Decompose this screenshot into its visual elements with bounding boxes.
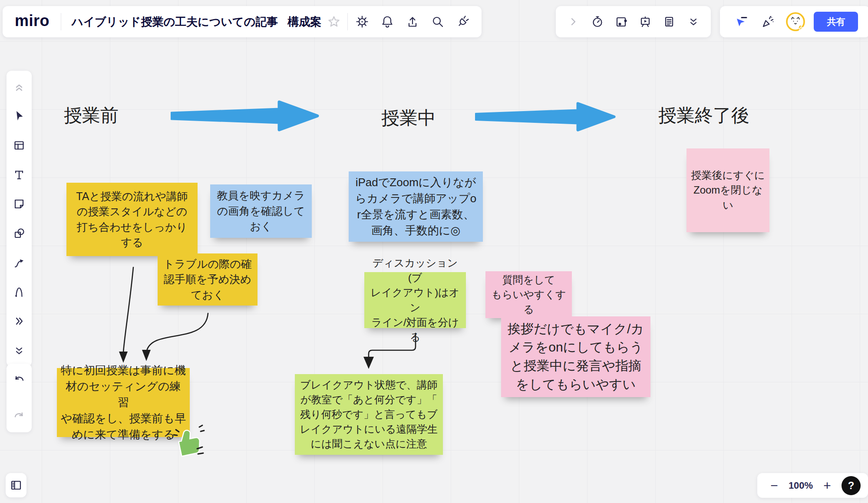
sticky-note[interactable]: ブレイクアウト状態で、講師 が教室で「あと何分です」「 残り何秒です」と言っても… (295, 374, 443, 455)
chevron-double-right-icon (12, 314, 26, 328)
frames-icon (614, 15, 628, 29)
zoom-bar-panel: − 100% + ? (757, 473, 868, 498)
share-button[interactable]: 共有 (814, 12, 858, 32)
notes-icon (662, 15, 676, 29)
zoom-in-button[interactable]: + (818, 476, 837, 495)
thumbs-up-sticker[interactable] (172, 422, 206, 461)
select-cursor-icon (12, 109, 26, 123)
connector-tool-button[interactable] (10, 253, 28, 272)
avatar-cat-icon (785, 12, 805, 32)
help-icon: ? (848, 480, 855, 492)
board-header-panel: miro ハイブリッド授業の工夫についての記事 構成案 (3, 6, 482, 37)
undo-icon (12, 373, 26, 387)
export-button[interactable] (403, 13, 422, 31)
select-tool-button[interactable] (10, 107, 28, 125)
sticky-note[interactable]: 教員を映すカメラ の画角を確認して おく (210, 184, 312, 238)
help-button[interactable]: ? (842, 476, 861, 495)
expand-panel-button[interactable] (564, 13, 582, 31)
reactions-button[interactable] (759, 13, 777, 31)
zoom-out-button[interactable]: − (765, 476, 784, 495)
timer-button[interactable] (588, 13, 607, 31)
cursors-toggle-button[interactable] (732, 13, 750, 31)
minus-icon: − (770, 478, 778, 493)
plugins-button[interactable] (454, 13, 472, 31)
sticky-note[interactable]: ディスカッション(ブ レイクアウト)はオン ライン/対面を分ける (364, 272, 466, 328)
pen-tool-button[interactable] (10, 283, 28, 301)
more-view-tools-button[interactable] (684, 13, 703, 31)
board-title-text: ハイブリッド授業の工夫についての記事 (72, 14, 278, 30)
notifications-button[interactable] (378, 13, 396, 31)
history-panel (7, 364, 32, 432)
redo-button[interactable] (10, 407, 28, 425)
presentation-icon (638, 15, 652, 29)
section-title-after-class[interactable]: 授業終了後 (658, 103, 749, 128)
divider (347, 13, 348, 30)
chevron-double-down-icon (12, 344, 26, 358)
board-variant-text: 構成案 (287, 14, 321, 30)
gear-icon (355, 15, 369, 29)
shapes-icon (12, 227, 26, 240)
flow-arrow[interactable] (475, 98, 616, 135)
creation-toolbar-panel (7, 71, 32, 367)
sticky-note-icon (12, 197, 26, 211)
templates-icon (12, 138, 26, 152)
favorite-button[interactable] (325, 13, 343, 31)
search-icon (431, 15, 445, 29)
shapes-tool-button[interactable] (10, 224, 28, 243)
text-tool-button[interactable] (10, 166, 28, 184)
cursor-follow-icon (734, 15, 748, 29)
chevron-double-up-icon (12, 80, 26, 94)
sticky-note[interactable]: iPadでZoomに入りなが らカメラで講師アップo r全景を流すと画素数、 画… (349, 171, 483, 242)
section-title-during-class[interactable]: 授業中 (381, 106, 436, 130)
frames-panel-button[interactable] (6, 473, 26, 497)
sticky-note-tool-button[interactable] (10, 195, 28, 213)
sticky-note[interactable]: 特に初回授業は事前に機 材のセッティングの練習 や確認をし、授業前も早 めに来て… (57, 368, 190, 437)
section-title-before-class[interactable]: 授業前 (64, 103, 119, 128)
zoom-level[interactable]: 100% (789, 480, 813, 491)
board-title[interactable]: ハイブリッド授業の工夫についての記事 構成案 (61, 14, 321, 30)
sticky-note[interactable]: トラブルの際の確 認手順を予め決め ておく (158, 253, 257, 306)
search-button[interactable] (429, 13, 447, 31)
plug-icon (456, 15, 470, 29)
bell-icon (380, 15, 394, 29)
sticky-note[interactable]: 挨拶だけでもマイク/カ メラをonにしてもらう と授業中に発言や指摘 をしてもら… (501, 316, 650, 397)
pen-icon (12, 285, 26, 299)
redo-icon (12, 409, 26, 423)
sticky-note[interactable]: 授業後にすぐに Zoomを閉じない (686, 148, 769, 232)
connector-icon (12, 256, 26, 270)
frames-panel-icon (9, 478, 23, 492)
sticky-note[interactable]: TAと授業の流れや講師 の授業スタイルなどの 打ち合わせをしっかり する (66, 183, 198, 256)
chevron-right-icon (566, 15, 580, 29)
avatar[interactable] (785, 12, 805, 32)
more-tools-button[interactable] (10, 312, 28, 330)
star-icon (327, 15, 341, 29)
sticky-note[interactable]: 質問をして もらいやすくする (485, 271, 572, 318)
hidden-tools-button[interactable] (10, 342, 28, 360)
view-tools-panel (556, 6, 711, 37)
text-icon (12, 168, 26, 182)
notes-button[interactable] (660, 13, 678, 31)
collaboration-panel: 共有 (720, 6, 868, 37)
miro-logo[interactable]: miro (3, 12, 61, 32)
undo-button[interactable] (10, 371, 28, 389)
stopwatch-icon (591, 15, 604, 29)
presentation-button[interactable] (636, 13, 654, 31)
settings-button[interactable] (353, 13, 371, 31)
templates-tool-button[interactable] (10, 136, 28, 155)
miro-board-canvas: 授業前 授業中 授業終了後 TAと授業の流れや講師 の授業スタイルなどの 打ち合… (0, 0, 868, 503)
confetti-icon (761, 15, 775, 29)
plus-icon: + (823, 478, 831, 493)
flow-arrow[interactable] (171, 96, 319, 135)
collapse-toolbar-button[interactable] (10, 78, 28, 96)
frames-button[interactable] (612, 13, 630, 31)
export-icon (406, 15, 419, 29)
chevron-double-down-icon (686, 15, 700, 29)
